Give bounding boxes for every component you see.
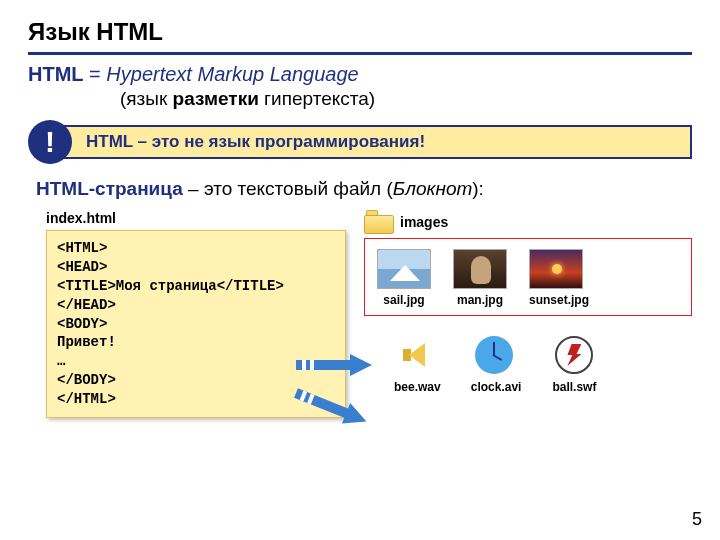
media-caption: clock.avi — [471, 380, 522, 394]
speaker-icon — [403, 341, 431, 369]
slide-title: Язык HTML — [28, 18, 692, 46]
definition-translation: (язык разметки гипертекста) — [28, 88, 692, 110]
man-thumbnail — [453, 249, 507, 289]
source-filename: index.html — [46, 210, 346, 226]
image-thumb-man: man.jpg — [453, 249, 507, 307]
images-folder-contents: sail.jpg man.jpg sunset.jpg — [364, 238, 692, 316]
sunset-thumbnail — [529, 249, 583, 289]
image-thumb-sunset: sunset.jpg — [529, 249, 589, 307]
image-caption: man.jpg — [453, 293, 507, 307]
exclamation-icon: ! — [28, 120, 72, 164]
sail-thumbnail — [377, 249, 431, 289]
arrow-icon — [296, 356, 376, 374]
media-ball: ball.swf — [551, 334, 597, 394]
page-number: 5 — [692, 509, 702, 530]
media-bee: bee.wav — [394, 334, 441, 394]
folder-icon — [364, 210, 394, 234]
media-caption: ball.swf — [551, 380, 597, 394]
arrow-icon — [293, 385, 374, 432]
image-caption: sunset.jpg — [529, 293, 589, 307]
media-caption: bee.wav — [394, 380, 441, 394]
image-caption: sail.jpg — [377, 293, 431, 307]
media-clock: clock.avi — [471, 334, 522, 394]
arrows-group — [296, 356, 376, 412]
definition-line: HTML = Hypertext Markup Language — [28, 63, 692, 86]
title-divider — [28, 52, 692, 55]
page-description: HTML-страница – это текстовый файл (Блок… — [36, 178, 692, 200]
folder-name: images — [400, 214, 448, 230]
alert-text: HTML – это не язык программирования! — [50, 125, 692, 159]
flash-icon — [555, 336, 593, 374]
clock-icon — [475, 336, 513, 374]
image-thumb-sail: sail.jpg — [377, 249, 431, 307]
alert-callout: ! HTML – это не язык программирования! — [28, 120, 692, 164]
